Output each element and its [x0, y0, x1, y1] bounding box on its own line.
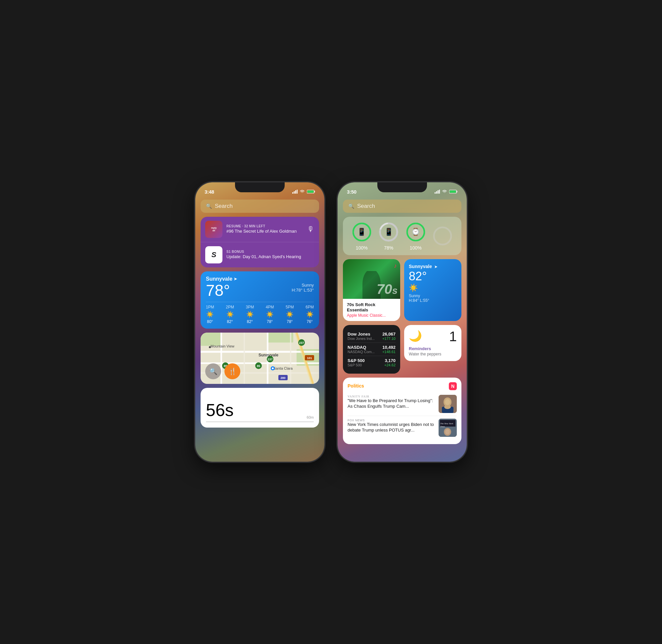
weather-temp: 78° [206, 283, 230, 299]
battery-item-4 [432, 225, 453, 247]
search-bar[interactable]: 🔍 Search [201, 200, 319, 213]
music-widget[interactable]: 70s ♪ 70s Soft Rock Essentials Apple Mus… [343, 259, 400, 321]
phone-2: 3:50 [338, 182, 467, 462]
battery-icon [307, 190, 315, 193]
stocks-widget-container: Dow Jones Dow Jones Ind... 26,067 +177.1… [343, 325, 400, 374]
svg-rect-3 [297, 190, 298, 193]
device-icon-3: ⌚ [411, 228, 420, 236]
stock-right-2: 10,492 +148.61 [382, 345, 395, 354]
widgets-container: replyall RESUME · 32 MIN LEFT #96 The Se… [195, 217, 324, 462]
news-article-2[interactable]: FOX NEWS New York Times columnist urges … [347, 416, 457, 439]
music-widget-container: 70s ♪ 70s Soft Rock Essentials Apple Mus… [343, 259, 400, 321]
podcast-meta-2: S1 BONUS [226, 250, 315, 253]
notch [235, 182, 285, 192]
notch-2 [377, 182, 427, 192]
svg-point-49 [434, 227, 451, 245]
stock-fullname-2: NASDAQ Com... [347, 350, 382, 354]
podcast-title-1: #96 The Secret Life of Alex Goldman [226, 229, 303, 234]
svg-rect-42 [450, 191, 456, 193]
search-text-2: Search [357, 203, 375, 209]
stopwatch-time: 56s [206, 401, 314, 419]
podcast-item-2[interactable]: S S1 BONUS Update: Day 01, Adnan Syed's … [201, 242, 319, 268]
weather-hour-4: 4PM ☀️ 78° [266, 305, 274, 324]
phone-1-screen: 3:48 [195, 182, 324, 462]
reminders-widget[interactable]: 🌙 1 Reminders Water the peppers [404, 325, 461, 361]
battery-icon-2 [449, 190, 457, 193]
battery-item-2: 📱 78% [378, 222, 399, 251]
map-search-button[interactable]: 🔍 [205, 363, 221, 379]
status-icons [292, 190, 315, 193]
battery-widget[interactable]: 📱 100% 📱 78% [343, 217, 461, 255]
music-weather-row: 70s ♪ 70s Soft Rock Essentials Apple Mus… [343, 259, 461, 321]
svg-text:237: 237 [299, 341, 304, 345]
music-album-label: 70s [377, 281, 397, 297]
svg-rect-36 [435, 192, 436, 193]
battery-circle-3: ⌚ [405, 222, 426, 243]
music-note-icon: ♪ [394, 262, 397, 269]
weather-hour-5: 5PM ☀️ 78° [286, 305, 294, 324]
news-headline-2: New York Times columnist urges Biden not… [347, 422, 435, 433]
battery-circle-2: 📱 [378, 222, 399, 243]
svg-text:Mountain View: Mountain View [210, 344, 234, 348]
stock-change-3: +24.62 [384, 363, 395, 367]
podcast-thumb-serial: S [205, 246, 223, 263]
status-time-2: 3:50 [347, 189, 357, 194]
apple-news-icon: N [449, 382, 457, 390]
battery-circle-1: 📱 [351, 222, 372, 243]
stopwatch-widget[interactable]: 56s [201, 388, 319, 428]
search-icon: 🔍 [206, 203, 212, 209]
news-article-2-content: FOX NEWS New York Times columnist urges … [347, 419, 435, 433]
news-article-1[interactable]: VANITY FAIR "We Have to Be Prepared for … [347, 392, 457, 416]
stock-fullname-3: S&P 500 [347, 363, 384, 367]
stock-left-2: NASDAQ NASDAQ Com... [347, 345, 382, 354]
stock-value-3: 3,170 [384, 358, 395, 363]
weather-small-widget[interactable]: Sunnyvale ➤ 82° ☀️ Sunny H:84° L:55° [404, 259, 461, 321]
search-text: Search [215, 203, 233, 209]
weather-small-container: Sunnyvale ➤ 82° ☀️ Sunny H:84° L:55° [404, 259, 461, 321]
weather-small-temp: 82° [409, 270, 457, 282]
podcast-title-2: Update: Day 01, Adnan Syed's Hearing [226, 254, 315, 260]
weather-temp-row: 78° Sunny H:78° L:53° [206, 283, 314, 299]
stock-value-1: 26,067 [382, 331, 395, 337]
weather-hour-2: 2PM ☀️ 82° [226, 305, 234, 324]
svg-point-35 [272, 367, 274, 369]
location-arrow-icon: ➤ [234, 277, 237, 281]
stopwatch-progress [206, 421, 314, 422]
music-subtitle: Apple Music Classic... [347, 313, 396, 318]
podcast-item-1[interactable]: replyall RESUME · 32 MIN LEFT #96 The Se… [201, 217, 319, 242]
stocks-widget[interactable]: Dow Jones Dow Jones Ind... 26,067 +177.1… [343, 325, 400, 374]
stock-right-1: 26,067 +177.10 [382, 331, 395, 341]
svg-rect-15 [244, 332, 245, 384]
search-bar-2[interactable]: 🔍 Search [343, 200, 461, 213]
svg-text:Times: Times [440, 426, 445, 428]
weather-small-location: Sunnyvale ➤ [409, 264, 457, 269]
stock-fullname-1: Dow Jones Ind... [347, 337, 382, 341]
weather-sun-icon-6: ☀️ [306, 311, 314, 318]
svg-rect-9 [267, 332, 293, 343]
map-widget[interactable]: 237 237 85 85 101 280 Mountain View [201, 332, 319, 384]
stock-name-2: NASDAQ [347, 345, 382, 350]
stock-name-1: Dow Jones [347, 331, 382, 337]
location-arrow-icon-2: ➤ [434, 265, 437, 269]
moon-icon: 🌙 [409, 330, 422, 342]
stock-left-1: Dow Jones Dow Jones Ind... [347, 331, 382, 341]
stocks-reminders-row: Dow Jones Dow Jones Ind... 26,067 +177.1… [343, 325, 461, 374]
svg-rect-41 [457, 191, 457, 192]
map-food-button[interactable]: 🍴 [224, 363, 240, 379]
podcast-widget[interactable]: replyall RESUME · 32 MIN LEFT #96 The Se… [201, 217, 319, 268]
battery-item-1: 📱 100% [351, 222, 372, 251]
phone-2-screen: 3:50 [338, 182, 467, 462]
music-info: 70s Soft Rock Essentials Apple Music Cla… [343, 299, 400, 321]
signal-icon-2 [435, 190, 440, 193]
weather-small-sun-icon: ☀️ [409, 284, 457, 292]
news-widget[interactable]: Politics N VANITY FAIR "We Have to Be Pr… [343, 377, 461, 444]
svg-text:280: 280 [280, 376, 285, 380]
weather-sun-icon-1: ☀️ [206, 311, 213, 318]
stock-row-3: S&P 500 S&P 500 3,170 +24.62 [347, 356, 395, 369]
weather-widget[interactable]: Sunnyvale ➤ 78° Sunny H:78° L:53° [201, 271, 319, 329]
battery-item-3: ⌚ 100% [405, 222, 426, 251]
svg-rect-39 [439, 190, 440, 193]
svg-text:The New York: The New York [440, 422, 454, 425]
weather-sun-icon-4: ☀️ [266, 311, 273, 318]
podcast-thumb-replyall: replyall [205, 221, 223, 238]
